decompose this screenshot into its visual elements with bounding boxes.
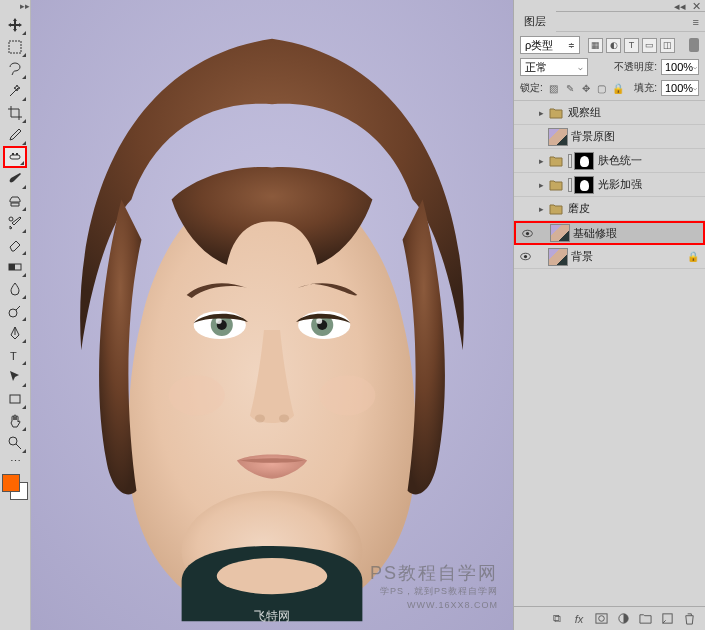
layers-tab[interactable]: 图层: [514, 11, 556, 32]
filter-shape-icon[interactable]: ▭: [642, 38, 657, 53]
layer-thumbnail[interactable]: [548, 128, 568, 146]
layer-name[interactable]: 背景: [571, 249, 687, 264]
watermark-center: 飞特网: [254, 608, 290, 625]
blur-tool[interactable]: [3, 278, 27, 300]
expand-icon[interactable]: ▸: [534, 108, 548, 118]
layer-row-group[interactable]: ▸ 磨皮: [514, 197, 705, 221]
type-tool[interactable]: T: [3, 344, 27, 366]
lasso-tool[interactable]: [3, 58, 27, 80]
layer-style-icon[interactable]: fx: [571, 611, 587, 627]
folder-icon: [548, 106, 564, 120]
svg-text:T: T: [10, 350, 17, 362]
panels-area: ◂◂ ✕ 图层 ≡ ρ 类型≑ ▦ ◐ T ▭ ◫: [513, 0, 705, 630]
panel-collapse-icon[interactable]: ◂◂: [674, 0, 686, 11]
new-layer-icon[interactable]: [659, 611, 675, 627]
rectangle-tool[interactable]: [3, 388, 27, 410]
gradient-tool[interactable]: [3, 256, 27, 278]
zoom-tool[interactable]: [3, 432, 27, 454]
layer-mask-icon[interactable]: [593, 611, 609, 627]
blend-mode-select[interactable]: 正常⌵: [520, 58, 588, 76]
new-group-icon[interactable]: [637, 611, 653, 627]
pen-tool[interactable]: [3, 322, 27, 344]
color-swatches[interactable]: [2, 474, 28, 500]
expand-icon[interactable]: ▸: [534, 180, 548, 190]
delete-layer-icon[interactable]: [681, 611, 697, 627]
visibility-toggle[interactable]: [518, 224, 536, 242]
lock-position-icon[interactable]: ✥: [579, 81, 593, 95]
opacity-label: 不透明度:: [614, 60, 657, 74]
layer-kind-filter[interactable]: ρ 类型≑: [520, 36, 580, 54]
opacity-input[interactable]: 100%⌵: [661, 59, 699, 75]
svg-point-17: [216, 318, 222, 324]
filter-pixel-icon[interactable]: ▦: [588, 38, 603, 53]
layer-name[interactable]: 磨皮: [568, 201, 703, 216]
layer-mask-thumbnail[interactable]: [574, 152, 594, 170]
expand-icon[interactable]: ▸: [534, 204, 548, 214]
foreground-color-swatch[interactable]: [2, 474, 20, 492]
svg-rect-3: [16, 153, 18, 155]
visibility-toggle[interactable]: [516, 152, 534, 170]
marquee-tool[interactable]: [3, 36, 27, 58]
layer-thumbnail[interactable]: [550, 224, 570, 242]
svg-rect-9: [10, 395, 20, 403]
visibility-toggle[interactable]: [516, 176, 534, 194]
expand-icon[interactable]: ▸: [534, 156, 548, 166]
folder-icon: [548, 178, 564, 192]
eraser-tool[interactable]: [3, 234, 27, 256]
visibility-toggle[interactable]: [516, 248, 534, 266]
canvas[interactable]: 飞特网 PS教程自学网 学PS，就到PS教程自学网 WWW.16XX8.COM: [31, 0, 513, 630]
layer-name[interactable]: 肤色统一: [598, 153, 703, 168]
visibility-toggle[interactable]: [516, 104, 534, 122]
lock-artboard-icon[interactable]: ▢: [595, 81, 609, 95]
eyedropper-tool[interactable]: [3, 124, 27, 146]
svg-point-24: [169, 375, 225, 415]
filter-adjust-icon[interactable]: ◐: [606, 38, 621, 53]
svg-point-27: [525, 231, 528, 234]
svg-point-21: [316, 318, 322, 324]
layer-name[interactable]: 背景原图: [571, 129, 703, 144]
clone-stamp-tool[interactable]: [3, 190, 27, 212]
dodge-tool[interactable]: [3, 300, 27, 322]
panel-menu-icon[interactable]: ≡: [693, 16, 705, 28]
link-layers-icon[interactable]: ⧉: [549, 611, 565, 627]
layer-row-selected[interactable]: 基础修瑕: [514, 221, 705, 245]
lock-transparency-icon[interactable]: ▨: [547, 81, 561, 95]
brush-tool[interactable]: [3, 168, 27, 190]
edit-toolbar[interactable]: ⋯: [3, 454, 27, 468]
path-select-tool[interactable]: [3, 366, 27, 388]
layer-row-group[interactable]: ▸ 光影加强: [514, 173, 705, 197]
lock-all-icon[interactable]: 🔒: [611, 81, 625, 95]
history-brush-tool[interactable]: [3, 212, 27, 234]
layer-name[interactable]: 观察组: [568, 105, 703, 120]
layer-list: ▸ 观察组 背景原图 ▸ 肤色统一: [514, 101, 705, 606]
fill-label: 填充:: [634, 81, 657, 95]
visibility-toggle[interactable]: [516, 200, 534, 218]
layer-thumbnail[interactable]: [548, 248, 568, 266]
spot-heal-tool[interactable]: [3, 146, 27, 168]
move-tool[interactable]: [3, 14, 27, 36]
lock-indicator-icon: 🔒: [687, 251, 699, 262]
layer-row-group[interactable]: ▸ 观察组: [514, 101, 705, 125]
toolbar-collapse-icon[interactable]: ▸▸: [21, 2, 29, 10]
layer-row[interactable]: 背景 🔒: [514, 245, 705, 269]
hand-tool[interactable]: [3, 410, 27, 432]
filter-type-icon[interactable]: T: [624, 38, 639, 53]
filter-smart-icon[interactable]: ◫: [660, 38, 675, 53]
watermark-right: PS教程自学网 学PS，就到PS教程自学网 WWW.16XX8.COM: [370, 561, 498, 610]
svg-rect-6: [9, 264, 15, 270]
lock-pixels-icon[interactable]: ✎: [563, 81, 577, 95]
layer-name[interactable]: 基础修瑕: [573, 226, 701, 241]
layer-name[interactable]: 光影加强: [598, 177, 703, 192]
crop-tool[interactable]: [3, 102, 27, 124]
adjustment-layer-icon[interactable]: [615, 611, 631, 627]
visibility-toggle[interactable]: [516, 128, 534, 146]
layer-mask-thumbnail[interactable]: [574, 176, 594, 194]
layer-row[interactable]: 背景原图: [514, 125, 705, 149]
svg-point-4: [9, 217, 13, 221]
layer-row-group[interactable]: ▸ 肤色统一: [514, 149, 705, 173]
fill-input[interactable]: 100%⌵: [661, 80, 699, 96]
svg-point-29: [523, 255, 526, 258]
panel-close-icon[interactable]: ✕: [692, 0, 701, 11]
filter-toggle[interactable]: [689, 38, 699, 52]
magic-wand-tool[interactable]: [3, 80, 27, 102]
